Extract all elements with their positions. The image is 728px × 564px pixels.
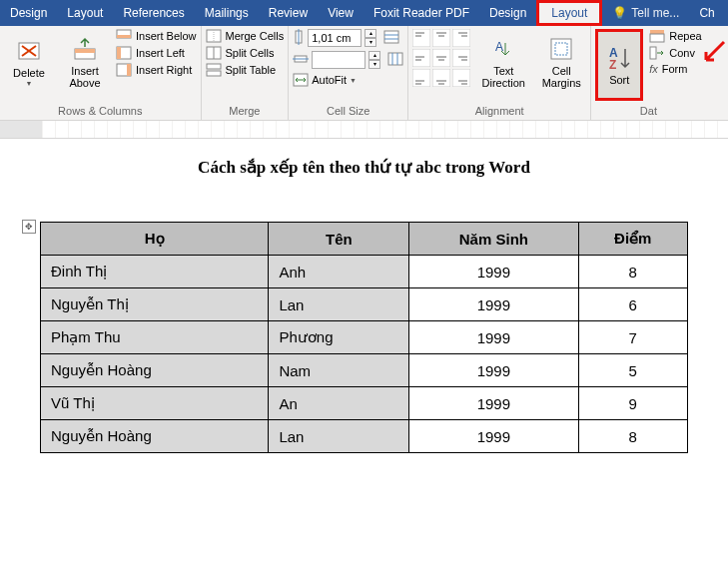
tab-layout[interactable]: Layout [57,0,113,26]
table-cell[interactable]: 1999 [409,256,578,288]
sort-button[interactable]: AZ Sort [598,32,640,98]
table-cell[interactable]: 9 [578,387,688,420]
formula-button[interactable]: fxForm [649,63,701,75]
align-tl-icon[interactable] [412,29,430,47]
table-cell[interactable]: Anh [269,256,409,288]
insert-right-button[interactable]: Insert Right [116,63,197,77]
table-row[interactable]: Phạm ThuPhương19997 [41,321,688,354]
spin-down[interactable]: ▾ [364,38,376,47]
table-cell[interactable]: 1999 [409,321,578,354]
convert-icon [649,46,665,60]
tab-references[interactable]: References [113,0,194,26]
tab-foxit[interactable]: Foxit Reader PDF [364,0,479,26]
svg-rect-60 [650,47,656,59]
delete-icon [15,37,43,65]
table-cell[interactable]: Nam [269,354,409,387]
autofit-button[interactable]: AutoFit ▼ [293,73,357,87]
table-header[interactable]: Họ [41,223,269,256]
merge-cells-label: Merge Cells [226,30,285,42]
svg-rect-32 [452,29,470,47]
delete-button[interactable]: Delete ▼ [4,29,54,95]
col-width-input[interactable] [312,51,365,69]
horizontal-ruler[interactable] [0,121,728,139]
table-cell[interactable]: 1999 [409,387,578,420]
align-br-icon[interactable] [452,69,470,87]
table-cell[interactable]: Phạm Thu [41,321,269,354]
table-cell[interactable]: 1999 [409,354,578,387]
convert-button[interactable]: Conv [649,46,701,60]
svg-rect-29 [432,29,450,47]
spin-down2[interactable]: ▾ [368,60,380,69]
split-table-button[interactable]: Split Table [206,63,285,77]
insert-above-button[interactable]: Insert Above [60,29,110,95]
align-mc-icon[interactable] [432,49,450,67]
table-header[interactable]: Tên [269,223,409,256]
table-row[interactable]: Đinh ThịAnh19998 [41,256,688,288]
table-cell[interactable]: 8 [578,420,688,453]
table-row[interactable]: Vũ ThịAn19999 [41,387,688,420]
text-direction-icon: A [489,35,517,63]
merge-cells-button[interactable]: Merge Cells [206,29,285,43]
table-cell[interactable]: Đinh Thị [41,256,269,288]
svg-rect-22 [388,53,402,65]
spin-up2[interactable]: ▴ [368,51,380,60]
text-direction-button[interactable]: A Text Direction [476,29,530,95]
distribute-cols-icon[interactable] [387,52,403,68]
svg-rect-54 [551,39,571,59]
tab-table-layout[interactable]: Layout [536,0,602,26]
tab-table-design[interactable]: Design [479,0,536,26]
insert-left-button[interactable]: Insert Left [116,46,197,60]
align-mr-icon[interactable] [452,49,470,67]
tab-view[interactable]: View [318,0,364,26]
table-row[interactable]: Nguyễn ThịLan19996 [41,288,688,321]
table-cell[interactable]: 1999 [409,288,578,321]
table-cell[interactable]: Lan [269,420,409,453]
tab-tellme[interactable]: 💡Tell me... [602,0,689,26]
table-cell[interactable]: An [269,387,409,420]
repeat-header-button[interactable]: Repea [649,29,701,43]
table-cell[interactable]: Lan [269,288,409,321]
table-cell[interactable]: Phương [269,321,409,354]
table-cell[interactable]: 8 [578,256,688,288]
table-cell[interactable]: 6 [578,288,688,321]
table-row[interactable]: Nguyễn HoàngLan19998 [41,420,688,453]
delete-label: Delete [13,67,45,79]
align-bl-icon[interactable] [412,69,430,87]
table-cell[interactable]: 5 [578,354,688,387]
table-header[interactable]: Năm Sinh [409,223,578,256]
align-bc-icon[interactable] [432,69,450,87]
split-cells-button[interactable]: Split Cells [206,46,285,60]
align-ml-icon[interactable] [412,49,430,67]
table-cell[interactable]: 7 [578,321,688,354]
svg-rect-16 [207,71,221,76]
tab-mailings[interactable]: Mailings [195,0,259,26]
svg-rect-4 [75,49,95,53]
table-header[interactable]: Điểm [578,223,688,256]
tab-overflow[interactable]: Ch [689,0,724,26]
table-cell[interactable]: 1999 [409,420,578,453]
data-table[interactable]: HọTênNăm SinhĐiểm Đinh ThịAnh19998Nguyễn… [40,222,688,453]
table-cell[interactable]: Nguyễn Hoàng [41,354,269,387]
insert-left-icon [116,46,132,60]
insert-below-button[interactable]: Insert Below [116,29,197,43]
tab-design[interactable]: Design [0,0,57,26]
autofit-icon [293,73,309,87]
distribute-rows-icon[interactable] [383,30,399,46]
table-cell[interactable]: Vũ Thị [41,387,269,420]
svg-rect-10 [127,64,131,76]
table-cell[interactable]: Nguyễn Thị [41,288,269,321]
sort-label: Sort [609,74,629,86]
spin-up[interactable]: ▴ [364,29,376,38]
table-row[interactable]: Nguyễn HoàngNam19995 [41,354,688,387]
cell-margins-button[interactable]: Cell Margins [536,29,586,95]
alignment-grid[interactable] [412,29,470,87]
align-tr-icon[interactable] [452,29,470,47]
row-height-input[interactable]: 1,01 cm [308,29,362,47]
tab-review[interactable]: Review [259,0,318,26]
table-move-handle[interactable]: ✥ [22,220,36,234]
data-label: Dat [595,105,701,119]
insert-right-label: Insert Right [136,64,192,76]
svg-rect-6 [117,35,131,38]
table-cell[interactable]: Nguyễn Hoàng [41,420,269,453]
align-tc-icon[interactable] [432,29,450,47]
